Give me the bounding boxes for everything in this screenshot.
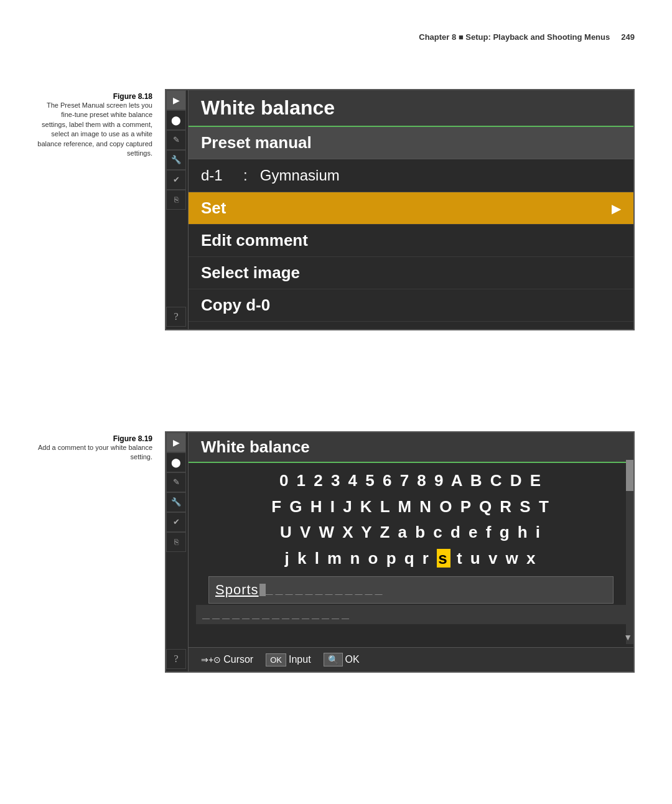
bottom-nav: ⇒+⊙ Cursor OK Input 🔍 OK [189,647,633,671]
nav-ok: 🔍 OK [324,653,360,666]
input-sports: Sports [215,582,259,598]
menu-item-edit-comment-label: Edit comment [201,231,308,250]
cursor [259,584,266,596]
sidebar2-icon-play[interactable]: ▶ [166,432,186,452]
spacer [189,627,633,647]
char-row-3: U V W X Y Z a b c d e f g h i [195,520,627,546]
menu-item-select-image-label: Select image [201,263,300,283]
text-input-container: Sports____________ _______________ [196,576,626,624]
cursor-icon: ⇒+⊙ [201,655,221,665]
cursor-label: Cursor [223,654,253,665]
figure-818-desc: The Preset Manual screen lets you fine-t… [37,101,152,158]
figure-819-title: Figure 8.19 [37,434,152,443]
page-number: 249 [621,32,635,42]
wb-header-2: White balance [189,432,633,463]
text-input-area[interactable]: Sports____________ [208,576,614,604]
ok-label: OK [345,654,360,665]
char-row-4: j k l m n o p q r s t u v w x [195,546,627,572]
sidebar-icon-help[interactable]: ? [166,307,186,327]
header-separator: ■ [459,32,464,42]
section-label: Setup: Playback and Shooting Menus [465,32,610,42]
preset-manual-bar: Preset manual [189,127,633,159]
preset-manual-title: Preset manual [201,133,312,152]
text-input-line2-container: _______________ [196,605,626,624]
nav-input: OK Input [266,653,310,666]
wb-title-1: White balance [201,96,335,119]
figure-818-title: Figure 8.18 [37,92,152,101]
scroll-down-arrow: ▼ [623,633,632,643]
menu-arrow-set: ▶ [612,201,621,216]
d1-row: d-1 : Gymnasium [189,159,633,192]
sidebar2-icon-help[interactable]: ? [166,649,186,669]
sidebar-icon-pencil[interactable]: ✎ [166,130,186,150]
wb-title-2: White balance [201,437,310,456]
char-row-2: F G H I J K L M N O P Q R S T [195,494,627,520]
d1-label: d-1 : Gymnasium [201,167,340,184]
scrollbar[interactable] [626,460,633,644]
input-label: Input [289,654,311,665]
sidebar2-icon-wrench[interactable]: 🔧 [166,492,186,512]
sidebar-icon-circle[interactable]: ⬤ [166,110,186,130]
menu-item-set-label: Set [201,199,226,218]
zoom-key: 🔍 [324,653,343,666]
sidebar2-icon-check[interactable]: ✔ [166,512,186,532]
menu-item-set[interactable]: Set ▶ [189,192,633,225]
char-row-1: 0 1 2 3 4 5 6 7 8 9 A B C D E [195,468,627,494]
underscores-1: ____________ [266,583,385,597]
sidebar2-icon-circle[interactable]: ⬤ [166,452,186,472]
menu-item-edit-comment[interactable]: Edit comment [189,225,633,257]
sidebar2-icon-copy[interactable]: ⎘ [166,532,186,552]
menu-item-copy-d0[interactable]: Copy d-0 [189,289,633,322]
sidebar-icon-check[interactable]: ✔ [166,170,186,190]
sidebar-icon-play[interactable]: ▶ [166,90,186,110]
screen1-container: ▶ ⬤ ✎ 🔧 ✔ ⎘ ? White balance Preset manua… [165,89,635,330]
wb-header-1: White balance [189,90,633,127]
menu-item-copy-d0-label: Copy d-0 [201,296,270,315]
menu-item-select-image[interactable]: Select image [189,257,633,289]
ok-key-input: OK [266,653,286,666]
sidebar-icon-wrench[interactable]: 🔧 [166,150,186,170]
sidebar2-icon-pencil[interactable]: ✎ [166,472,186,492]
text-input-line1: Sports____________ [215,582,607,598]
highlighted-char: s [437,549,450,568]
scrollbar-thumb [626,460,633,491]
figure-819-label: Figure 8.19 Add a comment to your white … [37,434,152,462]
chapter-label: Chapter 8 [419,32,456,42]
figure-819-desc: Add a comment to your white balance sett… [37,443,152,462]
page-header: Chapter 8 ■ Setup: Playback and Shooting… [419,32,635,42]
sidebar-icon-copy[interactable]: ⎘ [166,190,186,210]
underscores-2: _______________ [202,607,352,622]
nav-cursor: ⇒+⊙ Cursor [201,654,253,665]
figure-818-label: Figure 8.18 The Preset Manual screen let… [37,92,152,158]
char-grid: 0 1 2 3 4 5 6 7 8 9 A B C D E F G H I J … [189,463,633,574]
screen2-container: ▶ ⬤ ✎ 🔧 ✔ ⎘ ? White balance 0 1 2 3 4 5 … [165,431,635,673]
